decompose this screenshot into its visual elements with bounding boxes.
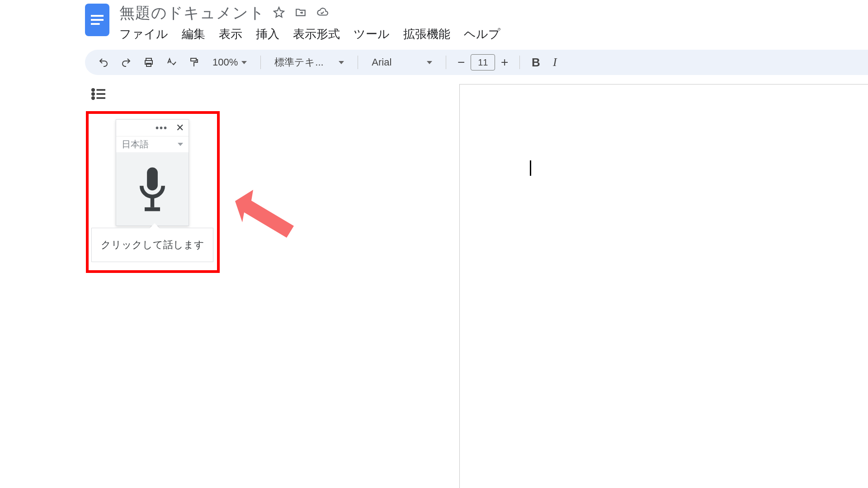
voice-language-value: 日本語: [122, 138, 149, 150]
chevron-down-icon: [427, 61, 432, 64]
svg-rect-10: [147, 167, 158, 190]
docs-app-icon-glyph: [91, 15, 104, 25]
folder-move-icon[interactable]: [295, 6, 307, 20]
svg-rect-12: [145, 207, 160, 211]
paragraph-style-dropdown[interactable]: 標準テキ...: [271, 56, 348, 69]
annotation-highlight-box: ••• ✕ 日本語 クリックして話します: [86, 111, 220, 273]
svg-point-8: [92, 97, 94, 99]
spellcheck-button[interactable]: [164, 55, 179, 70]
voice-more-button[interactable]: •••: [156, 123, 168, 133]
toolbar-separator: [519, 56, 520, 69]
cloud-saved-icon[interactable]: [316, 6, 328, 20]
redo-button[interactable]: [118, 55, 134, 70]
chevron-down-icon: [339, 61, 344, 64]
menu-file[interactable]: ファイル: [119, 26, 168, 42]
bold-button[interactable]: B: [530, 56, 542, 70]
menu-insert[interactable]: 挿入: [256, 26, 279, 42]
menu-view[interactable]: 表示: [219, 26, 242, 42]
voice-typing-panel[interactable]: ••• ✕ 日本語: [116, 119, 189, 226]
toolbar-separator: [260, 56, 261, 69]
toolbar-separator: [446, 56, 446, 69]
microphone-icon: [133, 166, 171, 212]
svg-point-6: [92, 93, 94, 95]
zoom-value: 100%: [212, 56, 238, 68]
paragraph-style-value: 標準テキ...: [274, 56, 323, 69]
paint-format-button[interactable]: [186, 55, 202, 70]
font-dropdown[interactable]: Arial: [368, 56, 436, 68]
voice-tooltip: クリックして話します: [91, 228, 213, 262]
menu-edit[interactable]: 編集: [182, 26, 205, 42]
svg-rect-3: [191, 58, 196, 61]
voice-tooltip-text: クリックして話します: [101, 238, 204, 252]
menu-help[interactable]: ヘルプ: [464, 26, 500, 42]
font-value: Arial: [372, 56, 392, 68]
annotation-arrow: [235, 190, 298, 239]
svg-marker-13: [235, 190, 294, 238]
chevron-down-icon: [178, 143, 183, 146]
print-button[interactable]: [141, 55, 156, 70]
voice-language-dropdown[interactable]: 日本語: [116, 136, 189, 152]
star-icon[interactable]: [273, 6, 285, 20]
voice-close-button[interactable]: ✕: [176, 122, 184, 134]
svg-rect-11: [151, 197, 155, 207]
menu-ext[interactable]: 拡張機能: [403, 26, 450, 42]
toolbar-separator: [358, 56, 358, 69]
menu-format[interactable]: 表示形式: [293, 26, 340, 42]
voice-mic-button[interactable]: [116, 152, 189, 225]
docs-app-icon[interactable]: [85, 4, 109, 36]
font-size-input[interactable]: 11: [471, 54, 495, 70]
menu-tools[interactable]: ツール: [354, 26, 390, 42]
font-size-decrease[interactable]: −: [456, 55, 466, 70]
italic-button[interactable]: I: [549, 56, 561, 69]
svg-point-4: [92, 89, 94, 91]
undo-button[interactable]: [96, 55, 111, 70]
document-page[interactable]: [459, 84, 868, 488]
text-cursor: [530, 160, 531, 176]
zoom-dropdown[interactable]: 100%: [209, 56, 250, 68]
font-size-increase[interactable]: +: [500, 55, 509, 70]
chevron-down-icon: [241, 61, 247, 64]
outline-toggle-button[interactable]: [90, 86, 107, 104]
toolbar: 100% 標準テキ... Arial − 11 + B I: [85, 50, 868, 75]
document-title[interactable]: 無題のドキュメント: [119, 3, 265, 23]
